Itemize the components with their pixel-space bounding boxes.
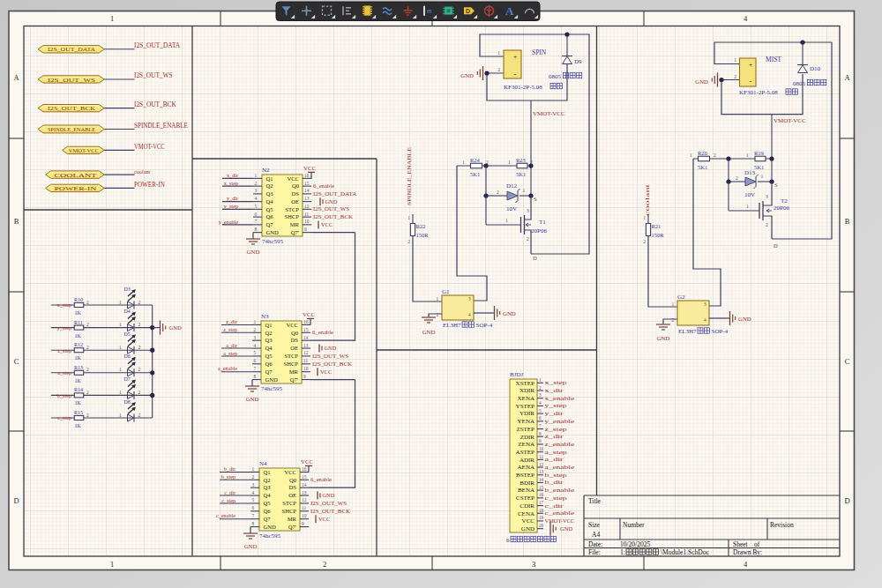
- svg-text:2: 2: [86, 345, 89, 350]
- svg-text:SHCP: SHCP: [282, 508, 297, 514]
- svg-text:1: 1: [746, 204, 749, 209]
- svg-text:Q2: Q2: [265, 330, 273, 336]
- svg-text:S: S: [534, 196, 537, 202]
- svg-text:5: 5: [255, 204, 258, 209]
- svg-text:D8: D8: [124, 399, 131, 405]
- svg-text:1: 1: [252, 466, 255, 472]
- svg-text:-: -: [750, 77, 752, 86]
- svg-text:VCC: VCC: [303, 311, 315, 317]
- svg-text:MR: MR: [288, 516, 297, 522]
- svg-text:c_step: c_step: [545, 495, 567, 501]
- svg-text:DS: DS: [289, 484, 297, 490]
- svg-text:1K: 1K: [75, 378, 82, 383]
- svg-text:y_step: y_step: [57, 324, 71, 331]
- svg-text:GND: GND: [738, 316, 751, 322]
- svg-text:x_dir: x_dir: [545, 387, 564, 393]
- svg-text:a_enable: a_enable: [218, 365, 237, 371]
- svg-text:C: C: [845, 357, 850, 366]
- svg-text:CENA: CENA: [518, 510, 534, 517]
- svg-text:b_enable: b_enable: [545, 487, 575, 493]
- svg-text:2: 2: [138, 345, 141, 350]
- svg-text:a_step: a_step: [223, 350, 237, 356]
- svg-text:13: 13: [303, 343, 309, 348]
- svg-text:D: D: [13, 496, 19, 505]
- svg-text:4: 4: [468, 312, 471, 317]
- svg-text:3: 3: [532, 560, 535, 569]
- svg-text:GND: GND: [266, 229, 280, 235]
- svg-text:XDIR: XDIR: [519, 387, 534, 394]
- svg-text:6_enable: 6_enable: [310, 476, 332, 482]
- svg-text:1: 1: [110, 14, 114, 23]
- svg-text:2: 2: [497, 67, 500, 72]
- svg-text:5K1: 5K1: [470, 171, 480, 177]
- svg-text:2: 2: [255, 181, 258, 186]
- svg-text:OE: OE: [291, 198, 299, 205]
- svg-text:2: 2: [766, 222, 768, 227]
- svg-text:b_step: b_step: [57, 392, 71, 398]
- svg-text:GND: GND: [264, 524, 277, 530]
- svg-text:SPINDLE_ENABLE: SPINDLE_ENABLE: [134, 122, 188, 130]
- svg-text:EL3H7: EL3H7: [443, 322, 461, 329]
- svg-text:12: 12: [302, 497, 307, 502]
- svg-text:1: 1: [119, 322, 122, 327]
- svg-text:y_enable: y_enable: [219, 219, 239, 225]
- svg-text:CSTEP: CSTEP: [516, 495, 534, 502]
- svg-text:1: 1: [643, 215, 646, 220]
- svg-text:2: 2: [138, 300, 141, 305]
- svg-text:COOLANT: COOLANT: [54, 172, 97, 179]
- svg-text:9: 9: [304, 227, 307, 232]
- svg-text:14: 14: [539, 477, 544, 482]
- svg-text:N4: N4: [259, 460, 267, 467]
- svg-text:GND: GND: [325, 198, 338, 205]
- svg-text:G2: G2: [677, 294, 685, 301]
- svg-text:GND: GND: [169, 324, 182, 331]
- svg-text:15: 15: [304, 181, 310, 186]
- svg-text:4: 4: [252, 490, 255, 495]
- svg-text:b_dir: b_dir: [224, 465, 235, 472]
- svg-text:OE: OE: [288, 492, 296, 498]
- svg-text:y_enable: y_enable: [545, 418, 575, 424]
- svg-text:GND: GND: [460, 72, 474, 78]
- svg-text:I2S_OUT_BCK: I2S_OUT_BCK: [134, 100, 176, 108]
- svg-text:c_dir: c_dir: [224, 489, 235, 495]
- svg-text:I2S_OUT_BCK: I2S_OUT_BCK: [310, 508, 350, 514]
- svg-text:+: +: [749, 61, 752, 69]
- svg-text:5K1: 5K1: [754, 164, 764, 170]
- svg-text:VCC: VCC: [286, 322, 298, 328]
- svg-text:Q4: Q4: [264, 492, 272, 498]
- svg-text:6_enable: 6_enable: [312, 329, 333, 335]
- svg-text:Sheet: Sheet: [733, 540, 749, 548]
- svg-text:5: 5: [254, 350, 257, 355]
- svg-text:I2S_OUT_BCK: I2S_OUT_BCK: [313, 213, 353, 220]
- svg-text:SPINDLE_ENABLE: SPINDLE_ENABLE: [406, 147, 412, 205]
- svg-text:150R: 150R: [652, 232, 665, 238]
- svg-text:11: 11: [304, 212, 309, 217]
- svg-text:VMOT-VCC: VMOT-VCC: [134, 143, 165, 151]
- svg-text:R19: R19: [754, 150, 764, 156]
- svg-text:Q4: Q4: [266, 198, 274, 205]
- svg-text:10: 10: [304, 219, 310, 224]
- svg-text:GND: GND: [560, 525, 572, 532]
- svg-text:16: 16: [303, 319, 309, 324]
- svg-text:2: 2: [252, 474, 255, 480]
- svg-text:VCC: VCC: [284, 469, 296, 475]
- svg-text:D10: D10: [810, 65, 821, 72]
- svg-text:2: 2: [530, 160, 533, 165]
- svg-text:POWER-IN: POWER-IN: [54, 185, 96, 192]
- svg-text:VMOT-VCC: VMOT-VCC: [774, 117, 806, 124]
- svg-text:KF301-2P-5.08: KF301-2P-5.08: [504, 84, 542, 91]
- svg-text:x_step: x_step: [224, 180, 238, 186]
- svg-text:2: 2: [527, 236, 529, 242]
- svg-text:x_enable: x_enable: [545, 395, 575, 401]
- svg-text:Number: Number: [623, 521, 645, 529]
- svg-text:14: 14: [302, 482, 307, 488]
- svg-text:G1: G1: [442, 288, 450, 295]
- svg-text:1: 1: [508, 160, 511, 165]
- svg-text:2: 2: [138, 367, 141, 372]
- svg-text:16: 16: [304, 173, 310, 178]
- svg-text:74hc595: 74hc595: [262, 238, 284, 245]
- svg-text:b_dir: b_dir: [545, 479, 564, 485]
- svg-text:1K: 1K: [75, 400, 82, 406]
- svg-text:y_dir: y_dir: [227, 195, 238, 201]
- svg-text:1K: 1K: [75, 310, 82, 316]
